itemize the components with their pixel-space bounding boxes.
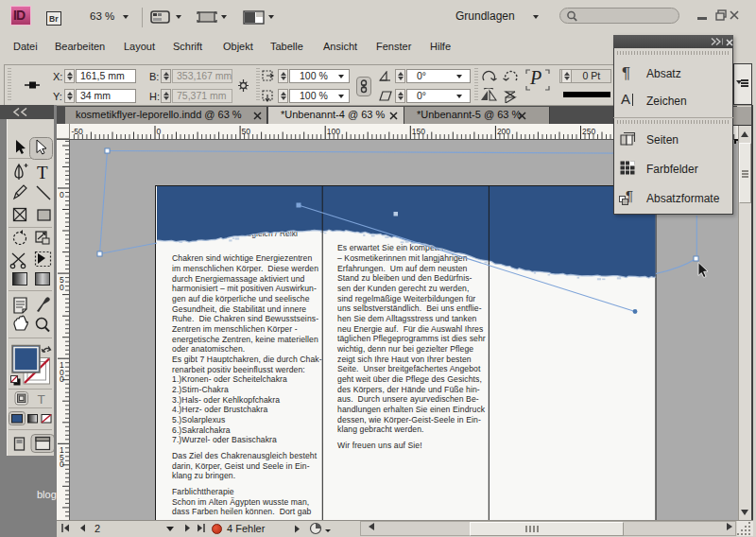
svg-text:T: T: [37, 163, 48, 182]
svg-text:T: T: [38, 392, 45, 407]
